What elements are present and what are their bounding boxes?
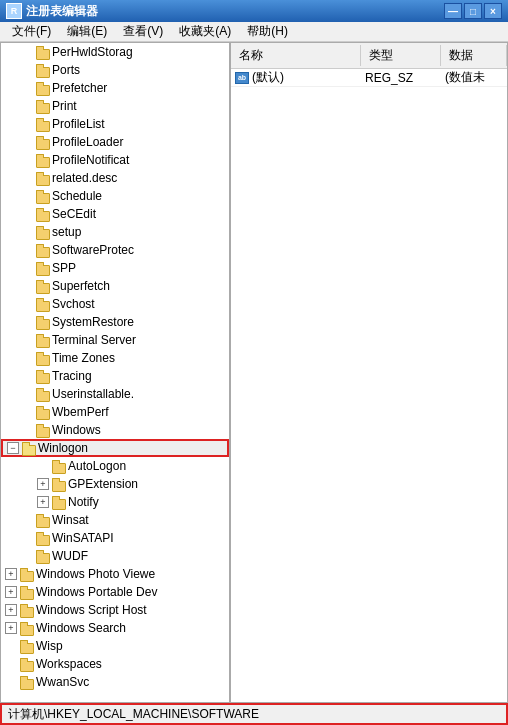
tree-pane: PerHwldStorag Ports Prefetcher Print Pro	[1, 43, 231, 702]
tree-item-spp[interactable]: SPP	[1, 259, 229, 277]
expand-gpextension[interactable]: +	[37, 478, 49, 490]
tree-item-windowsphotoview[interactable]: + Windows Photo Viewe	[1, 565, 229, 583]
tree-item-ports[interactable]: Ports	[1, 61, 229, 79]
tree-item-superfetch[interactable]: Superfetch	[1, 277, 229, 295]
tree-item-prefetcher[interactable]: Prefetcher	[1, 79, 229, 97]
tree-item-wbemperf[interactable]: WbemPerf	[1, 403, 229, 421]
tree-item-winsatapi[interactable]: WinSATAPI	[1, 529, 229, 547]
maximize-button[interactable]: □	[464, 3, 482, 19]
tree-item-windowsportabledev[interactable]: + Windows Portable Dev	[1, 583, 229, 601]
menu-file[interactable]: 文件(F)	[4, 21, 59, 42]
title-bar-buttons: — □ ×	[444, 3, 502, 19]
cell-name: ab (默认)	[235, 69, 365, 86]
tree-item-wudf[interactable]: WUDF	[1, 547, 229, 565]
reg-value-icon: ab	[235, 72, 249, 84]
tree-item-related-desc[interactable]: related.desc	[1, 169, 229, 187]
tree-item-workspaces[interactable]: Workspaces	[1, 655, 229, 673]
cell-data: (数值未	[445, 69, 503, 86]
tree-item-timezones[interactable]: Time Zones	[1, 349, 229, 367]
expand-windowsphotoview[interactable]: +	[5, 568, 17, 580]
app-icon: R	[6, 3, 22, 19]
tree-item-secedit[interactable]: SeCEdit	[1, 205, 229, 223]
main-content: PerHwldStorag Ports Prefetcher Print Pro	[0, 42, 508, 703]
menu-bar: 文件(F) 编辑(E) 查看(V) 收藏夹(A) 帮助(H)	[0, 22, 508, 42]
tree-item-perhwidstorage[interactable]: PerHwldStorag	[1, 43, 229, 61]
close-button[interactable]: ×	[484, 3, 502, 19]
tree-item-winsat[interactable]: Winsat	[1, 511, 229, 529]
cell-type: REG_SZ	[365, 71, 445, 85]
tree-item-windows[interactable]: Windows	[1, 421, 229, 439]
tree-item-notify[interactable]: + Notify	[1, 493, 229, 511]
tree-item-gpextension[interactable]: + GPExtension	[1, 475, 229, 493]
tree-item-svchost[interactable]: Svchost	[1, 295, 229, 313]
tree-item-wisp[interactable]: Wisp	[1, 637, 229, 655]
tree-item-profileloader[interactable]: ProfileLoader	[1, 133, 229, 151]
tree-item-windowsscripthost[interactable]: + Windows Script Host	[1, 601, 229, 619]
column-header-data: 数据	[441, 45, 507, 66]
menu-view[interactable]: 查看(V)	[115, 21, 171, 42]
expand-winlogon[interactable]: −	[7, 442, 19, 454]
tree-item-profilenotificat[interactable]: ProfileNotificat	[1, 151, 229, 169]
tree-item-profilelist[interactable]: ProfileList	[1, 115, 229, 133]
title-text: 注册表编辑器	[26, 3, 98, 20]
expand-windowsportabledev[interactable]: +	[5, 586, 17, 598]
table-row[interactable]: ab (默认) REG_SZ (数值未	[231, 69, 507, 87]
tree-pane-scroll[interactable]: PerHwldStorag Ports Prefetcher Print Pro	[1, 43, 229, 702]
minimize-button[interactable]: —	[444, 3, 462, 19]
menu-help[interactable]: 帮助(H)	[239, 21, 296, 42]
tree-item-wwansvc[interactable]: WwanSvc	[1, 673, 229, 691]
tree-item-setup[interactable]: setup	[1, 223, 229, 241]
column-header-type: 类型	[361, 45, 441, 66]
expand-notify[interactable]: +	[37, 496, 49, 508]
tree-item-tracing[interactable]: Tracing	[1, 367, 229, 385]
expand-windowssearch[interactable]: +	[5, 622, 17, 634]
menu-favorites[interactable]: 收藏夹(A)	[171, 21, 239, 42]
right-pane: 名称 类型 数据 ab (默认) REG_SZ (数值未	[231, 43, 507, 702]
title-bar: R 注册表编辑器 — □ ×	[0, 0, 508, 22]
tree-item-windowssearch[interactable]: + Windows Search	[1, 619, 229, 637]
tree-item-systemrestore[interactable]: SystemRestore	[1, 313, 229, 331]
column-header-name: 名称	[231, 45, 361, 66]
column-headers: 名称 类型 数据	[231, 43, 507, 69]
status-text: 计算机\HKEY_LOCAL_MACHINE\SOFTWARE	[8, 706, 259, 723]
tree-item-softwareprotec[interactable]: SoftwareProtec	[1, 241, 229, 259]
tree-item-winlogon[interactable]: − Winlogon	[1, 439, 229, 457]
tree-item-terminalserver[interactable]: Terminal Server	[1, 331, 229, 349]
tree-item-autologon[interactable]: AutoLogon	[1, 457, 229, 475]
status-bar: 计算机\HKEY_LOCAL_MACHINE\SOFTWARE	[0, 703, 508, 725]
tree-item-userinstallable[interactable]: Userinstallable.	[1, 385, 229, 403]
tree-item-print[interactable]: Print	[1, 97, 229, 115]
menu-edit[interactable]: 编辑(E)	[59, 21, 115, 42]
tree-item-schedule[interactable]: Schedule	[1, 187, 229, 205]
expand-windowsscripthost[interactable]: +	[5, 604, 17, 616]
